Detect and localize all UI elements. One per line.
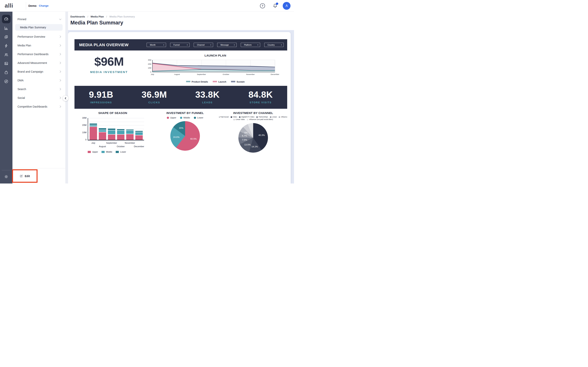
- legend-dot: [239, 116, 241, 118]
- legend-item: Upper: [167, 117, 176, 119]
- svg-text:10M: 10M: [148, 67, 151, 69]
- sidebar-item-dma[interactable]: DMA: [12, 76, 65, 85]
- legend-item: Launch: [213, 81, 226, 83]
- pinned-label: Pinned: [17, 18, 26, 21]
- svg-text:October: October: [223, 73, 229, 75]
- change-workspace-link[interactable]: Change: [39, 4, 49, 7]
- legend-label: Linear Video: [236, 118, 245, 121]
- notifications-button[interactable]: [272, 3, 278, 8]
- sidebar-item-brand-and-campaign[interactable]: Brand and Campaign: [12, 67, 65, 76]
- bar-segment-Lower: [108, 129, 115, 131]
- stat-value: 84.8K: [234, 89, 287, 100]
- notification-dot: [276, 2, 278, 5]
- shopping-bag-icon: [4, 70, 9, 75]
- pie-slice-label: 14.1%: [251, 145, 258, 148]
- legend-dot: [279, 116, 280, 118]
- gear-icon: [4, 174, 9, 179]
- filter-dropdown-platform[interactable]: Platform ▾: [241, 43, 260, 47]
- legend-item: Lower: [116, 151, 126, 153]
- season-chart-title: SHAPE OF SEASON: [75, 111, 151, 115]
- x-axis-tick-label: July: [85, 142, 102, 144]
- filter-dropdown-channel[interactable]: Channel ▾: [194, 43, 213, 47]
- filter-bar: Month ▾ Funnel ▾ Channel ▾ Message ▾: [147, 43, 284, 47]
- channel-pie: 40.3%14.1%13.5%7.5%6.7%6%: [238, 123, 268, 153]
- filter-dropdown-country[interactable]: Country ▾: [264, 43, 284, 47]
- nav-audiences[interactable]: [4, 52, 9, 57]
- legend-item: Lower: [194, 117, 203, 119]
- legend-swatch: [102, 151, 105, 153]
- filter-label: Month: [150, 44, 156, 46]
- sidebar-item-performance-dashboards[interactable]: Performance Dashboards: [12, 50, 65, 58]
- stat-store-visits: 84.8K STORE VISITS: [234, 86, 287, 109]
- filter-label: Channel: [197, 44, 205, 46]
- help-icon[interactable]: ?: [260, 3, 265, 8]
- media-investment-value: $96M: [75, 55, 144, 68]
- legend-item: Influencer: [279, 116, 287, 118]
- svg-text:September: September: [197, 73, 206, 75]
- legend-label: Product Details: [192, 81, 208, 83]
- shape-of-season-chart: SHAPE OF SEASON 010M20M30MJulyAugustSept…: [75, 111, 151, 158]
- nav-explore[interactable]: [4, 79, 9, 84]
- filter-dropdown-funnel[interactable]: Funnel ▾: [170, 43, 190, 47]
- dashboard-card: MEDIA PLAN OVERVIEW Month ▾ Funnel ▾ Cha…: [68, 32, 291, 184]
- nav-commerce[interactable]: [4, 70, 9, 75]
- svg-text:November: November: [246, 73, 255, 75]
- legend-label: Sustain: [237, 81, 245, 83]
- bar-segment-Middle: [99, 130, 106, 133]
- sidebar-item-label: Competitive Dashboards: [17, 105, 47, 108]
- settings-button[interactable]: [4, 174, 9, 179]
- y-axis-tick-label: 10M: [81, 131, 86, 133]
- sidebar-item-advanced-measurement[interactable]: Advanced Measurement: [12, 58, 65, 67]
- avatar[interactable]: A: [283, 2, 291, 10]
- svg-text:August: August: [174, 73, 180, 75]
- nav-automation[interactable]: [4, 43, 9, 48]
- stats-bar: 9.91B IMPRESSIONS 36.9M CLICKS 33.8K LEA…: [75, 86, 287, 109]
- header-divider: [26, 2, 26, 10]
- breadcrumb-media-plan[interactable]: Media Plan: [91, 15, 104, 18]
- legend-item: Sustain: [231, 81, 245, 83]
- breadcrumb-separator: /: [106, 15, 107, 18]
- legend-item: Influencer (not paid social distro): [247, 118, 273, 121]
- sidebar-item-media-plan-summary[interactable]: Media Plan Summary: [15, 24, 63, 31]
- sidebar-item-social[interactable]: Social: [12, 93, 65, 102]
- investment-by-channel-chart: INVESTMENT BY CHANNEL Paid SocialVideoDi…: [219, 111, 287, 158]
- pie-slice-label: 40.3%: [259, 134, 265, 136]
- legend-item: Digital/CTV Video: [239, 116, 254, 118]
- nav-creative[interactable]: [4, 61, 9, 66]
- edit-button[interactable]: Edit: [20, 174, 30, 178]
- legend-label: Partnerships: [259, 116, 268, 118]
- workspace-name: Demo: [28, 4, 36, 7]
- sidebar-item-label: Media Plan: [17, 44, 31, 47]
- icon-rail: [0, 12, 12, 184]
- season-chart-plot: 010M20M30MJulyAugustSeptemberOctoberNove…: [81, 118, 145, 158]
- nav-plans[interactable]: [4, 34, 9, 39]
- chevron-right-icon: [59, 79, 61, 81]
- bar-segment-Middle: [117, 131, 124, 134]
- sidebar-item-media-plan[interactable]: Media Plan: [12, 41, 65, 50]
- bar-October: [117, 129, 124, 140]
- bar-segment-Upper: [108, 134, 115, 140]
- nav-reports[interactable]: [4, 26, 9, 31]
- svg-text:0: 0: [150, 71, 151, 73]
- bar-August: [99, 128, 106, 140]
- sidebar-collapse-button[interactable]: [63, 96, 68, 101]
- sidebar-section-pinned[interactable]: Pinned: [17, 16, 61, 22]
- caret-down-icon: ▾: [281, 44, 282, 46]
- sidebar-item-search[interactable]: Search: [12, 85, 65, 93]
- breadcrumb-dashboards[interactable]: Dashboards: [70, 15, 85, 18]
- legend-item: Partnerships: [256, 116, 268, 118]
- sidebar-item-performance-overview[interactable]: Performance Overview: [12, 32, 65, 41]
- stat-leads: 33.8K LEADS: [181, 86, 234, 109]
- nav-dashboards-active[interactable]: [2, 15, 10, 23]
- media-investment-label: MEDIA INVESTMENT: [75, 70, 144, 74]
- pie-slice-label: 24.6%: [173, 136, 180, 138]
- edit-button-label: Edit: [25, 175, 30, 178]
- sidebar-item-competitive-dashboards[interactable]: Competitive Dashboards: [12, 102, 65, 111]
- legend-label: Linear: [272, 116, 277, 118]
- filter-dropdown-message[interactable]: Message ▾: [217, 43, 237, 47]
- bar-segment-Lower: [135, 131, 143, 132]
- filter-label: Country: [268, 44, 275, 46]
- filter-dropdown-month[interactable]: Month ▾: [147, 43, 166, 47]
- stat-impressions: 9.91B IMPRESSIONS: [75, 86, 128, 109]
- users-icon: [4, 52, 9, 57]
